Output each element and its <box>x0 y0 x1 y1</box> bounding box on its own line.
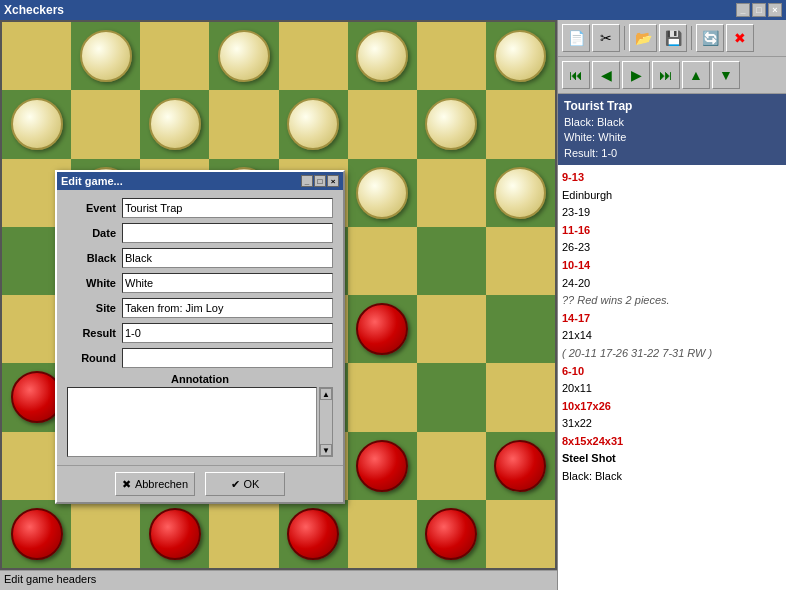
cell-4-6[interactable] <box>417 295 486 363</box>
date-input[interactable] <box>122 223 333 243</box>
move-11-16[interactable]: 11-16 <box>562 224 590 236</box>
cell-0-2[interactable] <box>140 22 209 90</box>
site-input[interactable] <box>122 298 333 318</box>
cell-1-7[interactable] <box>486 90 555 158</box>
white-value: White <box>598 131 626 143</box>
stop-button[interactable]: ✖ <box>726 24 754 52</box>
scroll-down-button[interactable]: ▼ <box>320 444 332 456</box>
cell-2-7[interactable] <box>486 159 555 227</box>
piece-cream <box>425 98 477 150</box>
edit-dialog-titlebar: Edit game... _ □ × <box>57 172 343 190</box>
game-white-line: White: White <box>564 130 780 145</box>
cell-2-6[interactable] <box>417 159 486 227</box>
close-button[interactable]: × <box>768 3 782 17</box>
cell-7-0[interactable] <box>2 500 71 568</box>
edit-dialog-title: Edit game... <box>61 175 300 187</box>
date-row: Date <box>67 223 333 243</box>
save-icon: 💾 <box>665 30 682 46</box>
cell-7-4[interactable] <box>279 500 348 568</box>
move-edinburgh: Edinburgh <box>562 189 612 201</box>
move-14-17[interactable]: 14-17 <box>562 312 590 324</box>
result-input[interactable] <box>122 323 333 343</box>
cell-1-3[interactable] <box>209 90 278 158</box>
save-button[interactable]: 💾 <box>659 24 687 52</box>
cell-6-6[interactable] <box>417 432 486 500</box>
scroll-track <box>320 400 332 444</box>
cell-1-1[interactable] <box>71 90 140 158</box>
cell-5-7[interactable] <box>486 363 555 431</box>
cell-0-0[interactable] <box>2 22 71 90</box>
move-9-13[interactable]: 9-13 <box>562 171 584 183</box>
cell-6-7[interactable] <box>486 432 555 500</box>
round-label: Round <box>67 352 122 364</box>
cell-7-5[interactable] <box>348 500 417 568</box>
cell-1-4[interactable] <box>279 90 348 158</box>
cell-0-5[interactable] <box>348 22 417 90</box>
cell-7-3[interactable] <box>209 500 278 568</box>
white-label: White: <box>564 131 595 143</box>
minimize-button[interactable]: _ <box>736 3 750 17</box>
cell-1-5[interactable] <box>348 90 417 158</box>
cell-2-5[interactable] <box>348 159 417 227</box>
cell-0-3[interactable] <box>209 22 278 90</box>
cell-1-0[interactable] <box>2 90 71 158</box>
open-button[interactable]: 📂 <box>629 24 657 52</box>
round-input[interactable] <box>122 348 333 368</box>
game-title-steel-shot: Steel Shot <box>562 452 616 464</box>
black-input[interactable] <box>122 248 333 268</box>
scroll-up-button[interactable]: ▲ <box>320 388 332 400</box>
cell-7-1[interactable] <box>71 500 140 568</box>
result-label: Result: <box>564 147 598 159</box>
cell-5-6[interactable] <box>417 363 486 431</box>
dialog-minimize-button[interactable]: _ <box>301 175 313 187</box>
annotation-textarea[interactable] <box>67 387 317 457</box>
piece-cream <box>287 98 339 150</box>
white-input[interactable] <box>122 273 333 293</box>
up-button[interactable]: ▲ <box>682 61 710 89</box>
move-6-10[interactable]: 6-10 <box>562 365 584 377</box>
move-24-20: 24-20 <box>562 277 590 289</box>
cell-7-7[interactable] <box>486 500 555 568</box>
toolbar-separator-2 <box>691 26 692 50</box>
event-input[interactable] <box>122 198 333 218</box>
site-row: Site <box>67 298 333 318</box>
main-window: Xcheckers _ □ × <box>0 0 786 590</box>
dialog-maximize-button[interactable]: □ <box>314 175 326 187</box>
cell-3-7[interactable] <box>486 227 555 295</box>
maximize-button[interactable]: □ <box>752 3 766 17</box>
black-label: Black: <box>564 116 594 128</box>
cut-button[interactable]: ✂ <box>592 24 620 52</box>
moves-list[interactable]: 9-13 Edinburgh 23-19 11-16 26-23 10-14 2… <box>558 165 786 590</box>
cell-7-6[interactable] <box>417 500 486 568</box>
cell-0-6[interactable] <box>417 22 486 90</box>
cell-6-5[interactable] <box>348 432 417 500</box>
move-10x17x26[interactable]: 10x17x26 <box>562 400 611 412</box>
down-button[interactable]: ▼ <box>712 61 740 89</box>
cell-5-5[interactable] <box>348 363 417 431</box>
prev-button[interactable]: ◀ <box>592 61 620 89</box>
white-row: White <box>67 273 333 293</box>
ok-button[interactable]: ✔ OK <box>205 472 285 496</box>
cell-4-5[interactable] <box>348 295 417 363</box>
refresh-button[interactable]: 🔄 <box>696 24 724 52</box>
move-8x15x24x31[interactable]: 8x15x24x31 <box>562 435 623 447</box>
cancel-label: Abbrechen <box>135 478 188 490</box>
new-button[interactable]: 📄 <box>562 24 590 52</box>
cell-1-2[interactable] <box>140 90 209 158</box>
black-value: Black <box>597 116 624 128</box>
first-button[interactable]: ⏮ <box>562 61 590 89</box>
cell-3-5[interactable] <box>348 227 417 295</box>
move-10-14[interactable]: 10-14 <box>562 259 590 271</box>
cell-4-7[interactable] <box>486 295 555 363</box>
cell-1-6[interactable] <box>417 90 486 158</box>
cell-7-2[interactable] <box>140 500 209 568</box>
last-button[interactable]: ⏭ <box>652 61 680 89</box>
cell-0-4[interactable] <box>279 22 348 90</box>
cell-3-6[interactable] <box>417 227 486 295</box>
dialog-close-button[interactable]: × <box>327 175 339 187</box>
toolbar: 📄 ✂ 📂 💾 🔄 ✖ <box>558 20 786 57</box>
next-button[interactable]: ▶ <box>622 61 650 89</box>
cell-0-1[interactable] <box>71 22 140 90</box>
cell-0-7[interactable] <box>486 22 555 90</box>
cancel-button[interactable]: ✖ Abbrechen <box>115 472 195 496</box>
